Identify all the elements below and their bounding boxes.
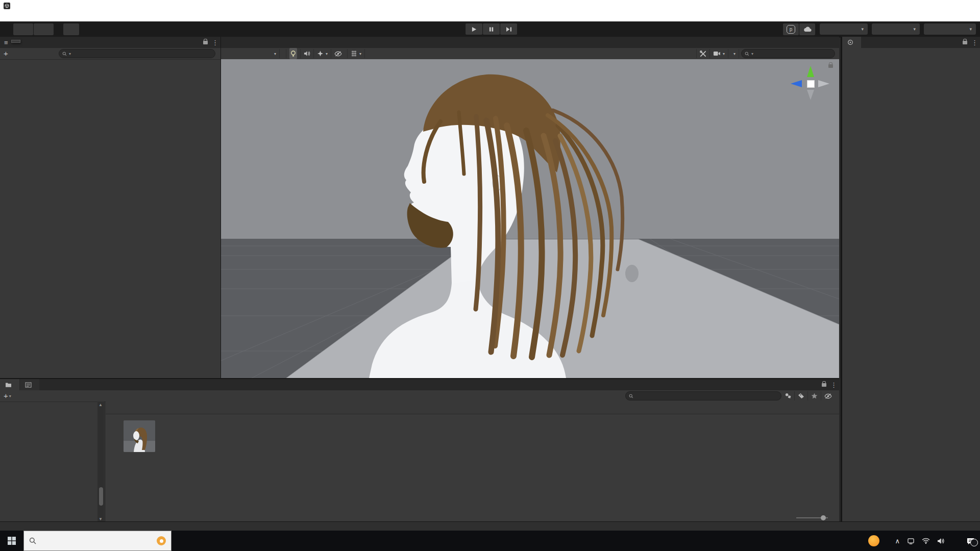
gizmos-dropdown[interactable]: ▾ — [728, 49, 739, 58]
wrench-icon — [700, 51, 706, 57]
search-by-label-button[interactable] — [795, 391, 808, 400]
eye-off-icon — [824, 393, 832, 399]
plastic-scm-icon: p — [787, 25, 795, 34]
asset-thumbnail — [124, 420, 155, 452]
scrollbar-thumb[interactable] — [99, 487, 103, 506]
tab-console[interactable] — [20, 379, 39, 390]
plastic-scm-button[interactable]: p — [783, 23, 799, 35]
weather-sun-icon[interactable] — [868, 535, 879, 546]
cast-device-icon[interactable] — [907, 538, 915, 544]
scene-camera-dropdown[interactable]: ▾ — [710, 49, 728, 58]
zoom-slider-thumb[interactable] — [821, 515, 826, 520]
project-visibility-toggle[interactable] — [821, 391, 837, 400]
project-create-caret[interactable]: ▾ — [9, 394, 11, 398]
unity-toolbar: p ▾ ▾ ▾ — [0, 21, 980, 37]
windows-logo-icon — [7, 536, 16, 545]
favorites-button[interactable] — [808, 391, 821, 400]
menu-bar — [0, 11, 980, 21]
hierarchy-lock-icon[interactable] — [203, 41, 208, 44]
search-highlight-icon — [157, 536, 166, 545]
hierarchy-kebab-icon[interactable]: ⋮ — [212, 39, 218, 46]
gizmo-lock-icon[interactable] — [828, 64, 833, 68]
cloud-button[interactable] — [799, 23, 815, 35]
scene-tools-button[interactable] — [696, 49, 710, 58]
grid-snap-button[interactable] — [63, 23, 79, 35]
tab-project[interactable] — [0, 379, 19, 390]
inspector-body — [842, 48, 980, 521]
inspector-lock-icon[interactable] — [963, 41, 967, 44]
effects-icon — [317, 51, 324, 57]
project-tree-scrollbar[interactable]: ▲ ▼ — [97, 402, 104, 522]
asset-hair56[interactable] — [120, 420, 159, 454]
title-bar — [0, 0, 980, 11]
console-icon — [25, 382, 32, 388]
wifi-icon[interactable] — [922, 538, 930, 544]
step-button[interactable] — [500, 23, 517, 35]
scene-search-input[interactable]: ▾ — [741, 49, 835, 58]
project-search-input[interactable] — [625, 391, 781, 400]
project-kebab-icon[interactable]: ⋮ — [830, 381, 837, 389]
scene-effects-dropdown[interactable]: ▾ — [314, 49, 331, 58]
gizmo-center-cube[interactable] — [807, 80, 815, 88]
tray-chevron-icon[interactable]: ∧ — [895, 537, 900, 545]
axis-down-cone[interactable] — [807, 90, 814, 100]
action-center-icon[interactable] — [966, 537, 975, 545]
project-lock-icon[interactable] — [822, 383, 826, 387]
unity-app-icon — [4, 3, 10, 9]
volume-icon[interactable] — [937, 538, 945, 544]
play-controls — [465, 23, 518, 35]
project-create-button[interactable]: + — [4, 391, 8, 400]
taskbar-search-input[interactable] — [23, 531, 172, 551]
lightbulb-icon — [289, 48, 297, 59]
project-folder-icon — [5, 382, 12, 388]
axis-z-cone[interactable] — [791, 80, 802, 87]
scene-viewport[interactable] — [221, 59, 839, 378]
pivot-toggle-button[interactable] — [13, 23, 33, 35]
minimize-button[interactable] — [910, 0, 933, 11]
pause-button[interactable] — [483, 23, 500, 35]
2d-toggle-button[interactable] — [280, 49, 286, 58]
orientation-gizmo[interactable] — [784, 59, 835, 118]
hierarchy-create-button[interactable]: + — [4, 49, 8, 58]
orientation-toggle-button[interactable] — [34, 23, 54, 35]
windows-taskbar: ∧ — [0, 531, 980, 551]
notification-badge — [970, 539, 978, 546]
eye-off-icon — [334, 51, 342, 57]
hierarchy-panel: ≡ ⋮ + ▾ — [0, 37, 221, 378]
thumbnail-zoom-slider[interactable] — [796, 517, 828, 518]
account-dropdown[interactable]: ▾ — [820, 23, 868, 35]
start-button[interactable] — [0, 531, 23, 551]
cloud-icon — [803, 27, 812, 32]
inspector-kebab-icon[interactable]: ⋮ — [971, 39, 978, 46]
scene-view-toolbar: ▾ ▾ ▾ ▾ — [221, 48, 839, 60]
scene-lighting-toggle[interactable] — [286, 49, 301, 58]
maximize-button[interactable] — [933, 0, 957, 11]
scene-visibility-toggle[interactable] — [331, 49, 348, 58]
inspector-panel: ⋮ — [841, 37, 980, 521]
project-content-area — [106, 402, 839, 522]
search-icon — [745, 52, 749, 56]
globe-icon — [38, 26, 46, 33]
axis-y-cone[interactable] — [807, 66, 814, 77]
scroll-down-arrow[interactable]: ▼ — [97, 517, 104, 521]
search-icon — [29, 537, 36, 544]
unity-status-bar — [0, 521, 980, 531]
project-panel: ⋮ + ▾ ▲ ▼ — [0, 378, 839, 521]
camera-icon — [713, 51, 721, 56]
shading-mode-dropdown[interactable]: ▾ — [223, 49, 280, 58]
play-button[interactable] — [465, 23, 482, 35]
hierarchy-search-input[interactable]: ▾ — [59, 49, 215, 58]
layers-dropdown[interactable]: ▾ — [872, 23, 920, 35]
scroll-up-arrow[interactable]: ▲ — [97, 403, 104, 407]
close-button[interactable] — [957, 0, 980, 11]
scene-grid-dropdown[interactable]: ▾ — [348, 49, 365, 58]
tab-inspector[interactable] — [842, 37, 861, 48]
inspector-icon — [847, 39, 853, 45]
hierarchy-pane-menu-icon[interactable]: ≡ — [4, 39, 8, 46]
scene-audio-toggle[interactable] — [301, 49, 314, 58]
grid-icon — [351, 51, 357, 57]
project-folder-tree: ▲ ▼ — [0, 402, 105, 522]
search-by-type-button[interactable] — [781, 391, 795, 400]
layout-dropdown[interactable]: ▾ — [924, 23, 976, 35]
axis-x-cone[interactable] — [818, 80, 829, 87]
